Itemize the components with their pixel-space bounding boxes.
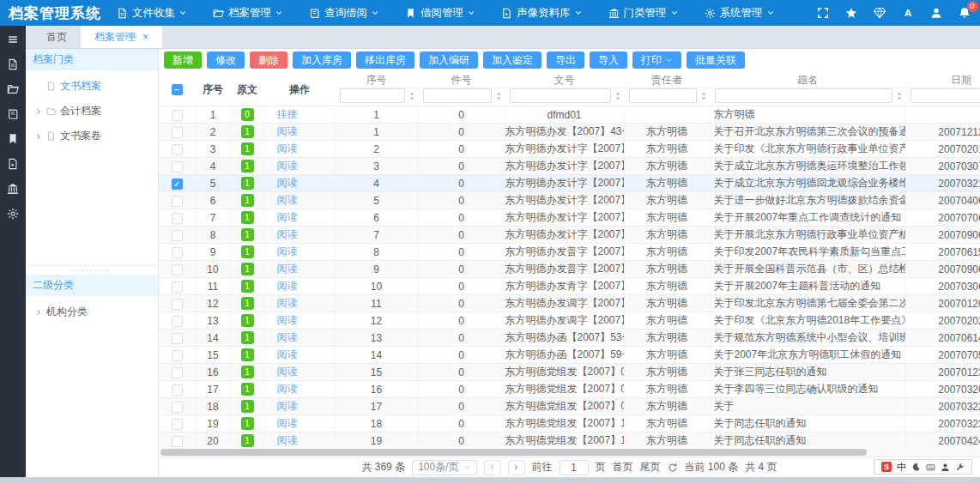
row-checkbox[interactable] (172, 436, 183, 447)
toolbar-button[interactable]: 打印 (632, 51, 681, 69)
ime-mode-toggle[interactable]: 中 (897, 461, 906, 474)
panel-splitter[interactable]: ········· (26, 265, 158, 275)
toolbar-button[interactable]: 修改 (207, 51, 245, 69)
menu-icon[interactable] (7, 33, 19, 45)
table-row[interactable]: 101阅读90东方明德办发普字【2007】32号东方明德关于开展全国科普示范县（… (159, 261, 980, 278)
table-row[interactable]: 141阅读130东方明德办函【2007】53号东方明德关于规范东方明德系统中小型… (159, 330, 980, 347)
table-row[interactable]: 121阅读110东方明德办发调字【2007】3号东方明德关于印发北京东方明德第七… (159, 295, 980, 312)
row-action-link[interactable]: 阅读 (277, 194, 298, 206)
column-header[interactable]: 题名 (710, 71, 905, 88)
row-checkbox[interactable] (172, 230, 183, 241)
table-row[interactable]: 171阅读160东方明德党组发【2007】08号东方明德关于李四等三位同志确认职… (159, 381, 980, 398)
bell-icon[interactable]: 0 (959, 7, 971, 19)
top-menu-item[interactable]: 档案管理 (213, 6, 283, 21)
row-action-link[interactable]: 阅读 (277, 297, 298, 309)
chevron-right-icon[interactable] (34, 132, 43, 141)
row-action-link[interactable]: 挂接 (277, 108, 298, 120)
bank-icon[interactable] (7, 183, 19, 195)
person-icon[interactable] (941, 463, 950, 472)
row-checkbox[interactable] (172, 367, 183, 378)
row-action-link[interactable]: 阅读 (277, 160, 298, 172)
top-menu-item[interactable]: 查询借阅 (309, 6, 379, 21)
row-checkbox[interactable] (172, 350, 183, 361)
row-checkbox[interactable] (172, 299, 183, 310)
column-header[interactable]: 责任者 (624, 71, 710, 88)
refresh-icon[interactable] (668, 463, 678, 473)
page-size-select[interactable]: 100条/页 (412, 460, 476, 475)
top-menu-item[interactable]: 门类管理 (608, 6, 679, 21)
table-row[interactable]: 201阅读190东方明德党组发【2007】16号东方明德关于同志任职的通知200… (159, 433, 980, 450)
row-checkbox[interactable] (172, 264, 183, 275)
row-checkbox[interactable] (172, 333, 183, 344)
folder-icon[interactable] (7, 83, 19, 95)
row-action-link[interactable]: 阅读 (277, 434, 298, 446)
top-menu-item[interactable]: 文件收集 (117, 6, 187, 21)
row-checkbox[interactable] (172, 402, 183, 413)
tree-item[interactable]: 会计档案 (26, 99, 158, 124)
column-header[interactable]: 序号 (196, 71, 230, 106)
row-action-link[interactable]: 阅读 (277, 314, 298, 326)
chevron-right-icon[interactable] (34, 308, 43, 317)
file-icon[interactable] (7, 58, 19, 70)
horizontal-scrollbar-thumb[interactable] (160, 449, 867, 456)
bookmark-icon[interactable] (7, 133, 19, 145)
book-icon[interactable] (7, 108, 19, 120)
table-row[interactable]: 91阅读80东方明德办发普字【2007】25号东方明德关于印发2007年农民科学… (159, 244, 980, 261)
sort-spinner[interactable]: ▲▼ (895, 91, 904, 101)
row-action-link[interactable]: 阅读 (277, 125, 298, 137)
top-menu-item[interactable]: 借阅管理 (405, 6, 475, 21)
row-checkbox[interactable] (172, 316, 183, 327)
column-header[interactable]: 序号 (335, 71, 418, 88)
table-row[interactable]: 181阅读170东方明德党组发【2007】09号东方明德关于20070322 (159, 398, 980, 415)
moon-icon[interactable] (911, 463, 921, 472)
select-all-checkbox[interactable]: − (172, 84, 183, 95)
first-page-link[interactable]: 首页 (613, 460, 633, 475)
keyboard-icon[interactable] (926, 463, 935, 472)
row-action-link[interactable]: 阅读 (277, 331, 298, 343)
row-action-link[interactable]: 阅读 (277, 177, 298, 189)
sort-spinner[interactable]: ▲▼ (408, 91, 416, 101)
toolbar-button[interactable]: 批量关联 (687, 51, 745, 69)
gem-icon[interactable] (874, 7, 886, 19)
row-action-link[interactable]: 阅读 (277, 228, 298, 240)
row-action-link[interactable]: 阅读 (277, 383, 298, 395)
page-number-input[interactable] (560, 460, 589, 475)
toolbar-button[interactable]: 新增 (164, 51, 202, 69)
row-action-link[interactable]: 阅读 (277, 280, 298, 292)
tree-item[interactable]: 文书案卷 (26, 124, 158, 148)
table-row[interactable]: 111阅读100东方明德办发青字【2007】8号东方明德关于开展2007年主题科… (159, 278, 980, 295)
table-row[interactable]: 151阅读140东方明德办函【2007】59号东方明德关于2007年北京东方明德… (159, 347, 980, 364)
gear-icon[interactable] (7, 208, 19, 220)
column-filter-input[interactable] (510, 88, 611, 103)
font-size-icon[interactable]: A (902, 7, 914, 19)
chevron-right-icon[interactable] (34, 107, 43, 116)
column-header[interactable]: 操作 (264, 71, 335, 106)
row-checkbox[interactable] (172, 384, 183, 396)
top-menu-item[interactable]: 系统管理 (705, 6, 775, 21)
row-checkbox[interactable] (172, 419, 183, 430)
table-row[interactable]: 81阅读70东方明德办发计字【2007】33号东方明德关于开展北京东方明德行政事… (159, 227, 980, 244)
toolbar-button[interactable]: 加入鉴定 (483, 51, 541, 69)
column-header[interactable]: 件号 (418, 71, 505, 88)
row-checkbox[interactable] (172, 144, 183, 155)
table-row[interactable]: 10挂接10dfmd01东方明德 (159, 106, 980, 124)
user-icon[interactable] (930, 7, 942, 19)
media-file-icon[interactable] (7, 158, 19, 170)
table-row[interactable]: 71阅读60东方明德办发计字【2007】27号东方明德关于开展2007年重点工作… (159, 209, 980, 227)
table-row[interactable]: 61阅读50东方明德办发计字【2007】15号东方明德关于进一步做好北京东方明德… (159, 192, 980, 209)
top-menu-item[interactable]: 声像资料库 (501, 6, 583, 21)
row-action-link[interactable]: 阅读 (277, 348, 298, 360)
column-filter-input[interactable] (629, 88, 697, 103)
wrench-icon[interactable] (955, 463, 965, 472)
table-row[interactable]: 161阅读150东方明德党组发【2007】02号东方明德关于张三同志任职的通知2… (159, 364, 980, 381)
sort-spinner[interactable]: ▲▼ (699, 91, 708, 101)
table-row[interactable]: 31阅读20东方明德办发计字【2007】4号东方明德关于印发《北京东方明德行政事… (159, 141, 980, 158)
row-checkbox[interactable] (172, 196, 183, 207)
row-checkbox[interactable] (172, 127, 183, 138)
sort-spinner[interactable]: ▲▼ (494, 91, 503, 101)
row-checkbox[interactable]: ✓ (172, 178, 183, 190)
close-icon[interactable]: × (142, 26, 148, 48)
column-filter-input[interactable] (715, 88, 892, 103)
table-row[interactable]: 41阅读30东方明德办发计字【2007】10号东方明德关于成立北京东方明德奥运环… (159, 158, 980, 175)
tab-archive[interactable]: 档案管理× (81, 26, 162, 48)
